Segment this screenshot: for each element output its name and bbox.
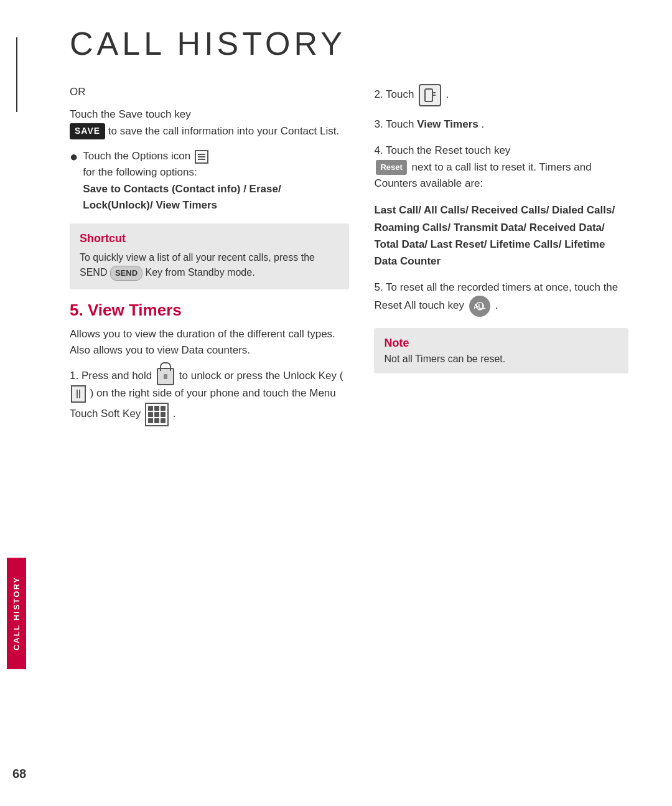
note-text: Not all Timers can be reset. (384, 354, 618, 365)
step-3-label: 3. Touch (374, 118, 414, 130)
step-1-end: . (173, 408, 176, 419)
section-5-heading: 5. View Timers (70, 301, 349, 320)
sidebar-line (16, 37, 17, 112)
grid-dot-8 (154, 418, 159, 423)
step-1-before: 1. Press and hold (70, 370, 152, 382)
bullet-bold: Save to Contacts (Contact info) / Erase/… (83, 183, 281, 211)
note-title: Note (384, 337, 618, 350)
menu-grid-icon (145, 403, 169, 426)
reset-badge: Reset (376, 160, 406, 175)
sidebar-label: CALL HISTORY (7, 558, 26, 669)
two-col-layout: OR Touch the Save touch key SAVE to save… (51, 84, 635, 434)
options-icon-line-3 (198, 159, 205, 160)
step-1: 1. Press and hold to unlock or press the… (70, 368, 349, 426)
options-icon-lines (198, 154, 205, 160)
step-4: 4. Touch the Reset touch key Reset next … (374, 143, 628, 192)
save-rest: to save the call information into your C… (108, 125, 339, 137)
reset-all-svg: ALL (473, 299, 487, 313)
step-5-end: . (495, 300, 498, 312)
svg-text:ALL: ALL (474, 303, 485, 310)
options-icon (195, 150, 208, 164)
grid-dot-9 (161, 418, 166, 423)
step-5: 5. To reset all the recorded timers at o… (374, 279, 628, 317)
step-4-label: 4. Touch the Reset touch key (374, 144, 510, 156)
page-title: CALL HISTORY (51, 25, 635, 62)
touch-phone-icon (419, 84, 441, 106)
grid-dot-3 (161, 406, 166, 411)
left-column: OR Touch the Save touch key SAVE to save… (51, 84, 349, 434)
step-2-period: . (446, 88, 449, 100)
shortcut-text: To quickly view a list of all your recen… (80, 250, 339, 281)
sidebar: CALL HISTORY (0, 0, 32, 806)
step-2: 2. Touch . (374, 84, 628, 106)
shortcut-title: Shortcut (80, 232, 339, 245)
step-3-bold: View Timers (417, 118, 478, 130)
section-5-title: View Timers (88, 301, 182, 319)
grid-dot-4 (148, 412, 153, 417)
lock-icon-inner (164, 374, 167, 379)
shortcut-text-after: Key from Standby mode. (145, 267, 254, 278)
bullet-options-label: for the following options: (83, 166, 197, 178)
touch-phone-svg (422, 88, 437, 103)
svg-rect-0 (425, 89, 432, 101)
page-number: 68 (12, 767, 26, 781)
lock-icon (157, 368, 174, 385)
section-5-number: 5. (70, 301, 83, 319)
grid-dot-5 (154, 412, 159, 417)
step-1-after: ) on the right side of your phone and to… (70, 387, 336, 419)
step-2-label: 2. Touch (374, 88, 414, 100)
section-5-body: Allows you to view the duration of the d… (70, 326, 349, 359)
grid-dot-6 (161, 412, 166, 417)
page: CALL HISTORY CALL HISTORY OR Touch the S… (0, 0, 672, 806)
grid-dot-2 (154, 406, 159, 411)
step-1-middle: to unlock or press the Unlock Key ( (179, 370, 343, 382)
or-text: OR (70, 84, 349, 100)
touch-save-intro: Touch the Save touch key SAVE to save th… (70, 106, 349, 139)
note-box: Note Not all Timers can be reset. (374, 328, 628, 373)
main-content: CALL HISTORY OR Touch the Save touch key… (32, 0, 672, 806)
options-icon-line-1 (198, 154, 205, 155)
grid-dot-7 (148, 418, 153, 423)
step-3: 3. Touch View Timers . (374, 116, 628, 133)
shortcut-box: Shortcut To quickly view a list of all y… (70, 223, 349, 289)
send-badge: SEND (110, 266, 142, 281)
unlock-key-icon: || (71, 385, 86, 403)
options-icon-line-2 (198, 156, 205, 157)
touch-save-label: Touch the Save touch key (70, 108, 191, 120)
reset-all-icon: ALL (469, 296, 490, 317)
bullet-dot: ● (70, 148, 78, 213)
bullet-content: Touch the Options icon for the following… (83, 148, 349, 213)
grid-dot-1 (148, 406, 153, 411)
right-column: 2. Touch . 3. Touch View Timers (374, 84, 635, 434)
call-list: Last Call/ All Calls/ Received Calls/ Di… (374, 202, 628, 269)
step-3-end: . (481, 118, 484, 130)
save-badge: SAVE (70, 123, 105, 139)
bullet-item: ● Touch the Options icon for the (70, 148, 349, 213)
bullet-intro: Touch the Options icon (83, 150, 190, 162)
